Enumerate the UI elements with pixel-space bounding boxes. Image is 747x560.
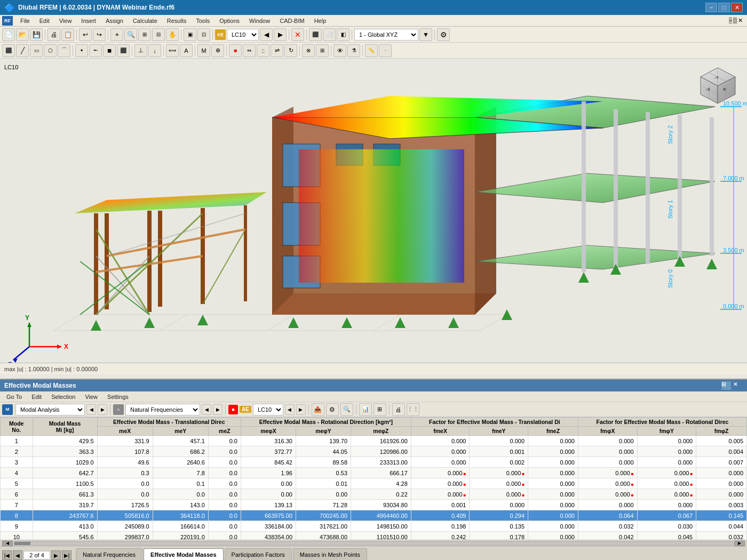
panel-menu-selection[interactable]: Selection — [47, 393, 80, 401]
menu-view[interactable]: View — [55, 17, 76, 25]
wire-button[interactable]: ⊡ — [197, 28, 210, 41]
table-row[interactable]: 51100.50.00.10.00.000.014.280.000■0.000■… — [1, 478, 747, 489]
zoom-all[interactable]: ⊟ — [152, 28, 165, 41]
draw-line[interactable]: ╱ — [16, 44, 29, 57]
panel-controls[interactable]: ⊟ ✕ — [721, 381, 743, 390]
intersect-btn[interactable]: ⊗ — [302, 44, 315, 57]
table-btn[interactable]: ⊞ — [374, 403, 386, 416]
page-navigation[interactable]: |◀ ◀ 2 of 4 ▶ ▶| — [2, 550, 71, 560]
table-row[interactable]: 31029.049.62640.60.0845.4289.58233313.00… — [1, 457, 747, 468]
scroll-left[interactable]: ◀ — [2, 541, 13, 546]
more-options[interactable]: ⚙ — [437, 28, 450, 41]
menu-cad-bim[interactable]: CAD-BIM — [275, 17, 308, 25]
panel-detach[interactable]: ⊟ — [721, 381, 731, 390]
isolate-btn[interactable]: ◧ — [337, 28, 349, 41]
beam-btn[interactable]: ╾ — [89, 44, 102, 57]
panel-lc-dropdown[interactable]: LC10 — [253, 404, 283, 415]
surface-btn[interactable]: ◼ — [103, 44, 116, 57]
new-button[interactable]: 📄 — [2, 28, 15, 41]
cross-section-btn[interactable]: ⊕ — [211, 44, 224, 57]
node-btn[interactable]: • — [75, 44, 88, 57]
undo-button[interactable]: ↩ — [79, 28, 92, 41]
cursor-button[interactable]: ⌖ — [110, 28, 123, 41]
select-all[interactable]: ⬛ — [2, 44, 15, 57]
close-button[interactable]: ✕ — [731, 3, 743, 12]
solid-btn[interactable]: ⬛ — [117, 44, 130, 57]
draw-rect[interactable]: ▭ — [30, 44, 43, 57]
annotation-btn[interactable]: A — [180, 44, 193, 57]
view-front[interactable]: ⬜ — [323, 28, 336, 41]
coord-arrow[interactable]: ▼ — [419, 28, 432, 41]
inner-restore[interactable]: □ — [733, 17, 737, 24]
print-preview-button[interactable]: 📋 — [61, 28, 74, 41]
material-btn[interactable]: M — [197, 44, 210, 57]
prev-page[interactable]: ◀ — [13, 550, 22, 560]
save-button[interactable]: 💾 — [30, 28, 43, 41]
filter-btn[interactable]: ⚗ — [347, 44, 360, 57]
color-btn[interactable]: ■ — [229, 44, 242, 57]
export-btn[interactable]: 📤 — [312, 403, 324, 416]
mirror-btn[interactable]: ⇌ — [271, 44, 283, 57]
inner-minimize[interactable]: − — [729, 17, 732, 24]
navigation-cube[interactable]: -Y -X X — [695, 65, 741, 110]
zoom-button[interactable]: 🔍 — [124, 28, 137, 41]
next-analysis[interactable]: ▶ — [98, 404, 107, 415]
panel-menu-view[interactable]: View — [81, 393, 102, 401]
next-page[interactable]: ▶ — [51, 550, 61, 560]
menu-insert[interactable]: Insert — [77, 17, 100, 25]
prev-lc[interactable]: ◀ — [260, 28, 273, 41]
horizontal-scrollbar[interactable]: ◀ ▶ — [0, 540, 747, 546]
panel-menu-settings[interactable]: Settings — [103, 393, 133, 401]
draw-arc[interactable]: ⌒ — [58, 44, 70, 57]
view-3d[interactable]: ⬛ — [309, 28, 322, 41]
tab-effective-modal[interactable]: Effective Modal Masses — [144, 548, 224, 560]
array-btn[interactable]: :: — [257, 44, 269, 57]
table-row[interactable]: 1429.5331.9457.10.0316.30139.70161926.00… — [1, 436, 747, 446]
open-button[interactable]: 📂 — [16, 28, 29, 41]
rotate-btn[interactable]: ↻ — [284, 44, 297, 57]
support-btn[interactable]: ⊥ — [134, 44, 147, 57]
tab-masses-mesh[interactable]: Masses in Mesh Points — [293, 548, 367, 560]
render-button[interactable]: ▣ — [184, 28, 196, 41]
menu-file[interactable]: File — [16, 17, 34, 25]
menu-edit[interactable]: Edit — [35, 17, 54, 25]
menu-calculate[interactable]: Calculate — [129, 17, 162, 25]
print-table[interactable]: 🖨 — [392, 403, 405, 416]
tab-participation[interactable]: Participation Factors — [225, 548, 292, 560]
window-controls[interactable]: − □ ✕ — [705, 3, 743, 12]
table-row[interactable]: 8243767.6505816.0364118.00.0663975.00700… — [1, 510, 747, 521]
inner-close[interactable]: ✕ — [738, 17, 743, 24]
menu-window[interactable]: Window — [245, 17, 274, 25]
menu-help[interactable]: Help — [310, 17, 331, 25]
prev-analysis[interactable]: ◀ — [86, 404, 96, 415]
scroll-thumb[interactable] — [14, 542, 30, 545]
panel-menu-edit[interactable]: Edit — [27, 393, 46, 401]
table-row[interactable]: 10545.6299837.0220191.00.0438354.0047368… — [1, 532, 747, 540]
analysis-type-dropdown[interactable]: Modal Analysis — [15, 404, 85, 415]
panel-menu-goto[interactable]: Go To — [2, 393, 26, 401]
table-row[interactable]: 9413.0245089.0166614.00.0336184.00317621… — [1, 521, 747, 532]
chart-btn[interactable]: 📊 — [359, 403, 372, 416]
dimension-btn[interactable]: ⟺ — [166, 44, 179, 57]
table-row[interactable]: 2363.3107.8686.20.0372.7744.05120986.000… — [1, 446, 747, 457]
panel-prev-lc[interactable]: ◀ — [285, 404, 295, 415]
3d-viewport[interactable]: LC10 Modal Analysis Mode No. 8 - 3.737 H… — [0, 59, 747, 379]
menu-tools[interactable]: Tools — [192, 17, 214, 25]
maximize-button[interactable]: □ — [718, 3, 730, 12]
visibility-btn[interactable]: 👁 — [333, 44, 346, 57]
table-row[interactable]: 7319.71726.5143.00.0139.1371.2893034.800… — [1, 500, 747, 510]
next-result[interactable]: ▶ — [213, 404, 222, 415]
draw-poly[interactable]: ⬡ — [44, 44, 57, 57]
measure-btn[interactable]: 📏 — [365, 44, 378, 57]
next-lc[interactable]: ▶ — [274, 28, 287, 41]
lc-dropdown[interactable]: LC10 — [227, 29, 259, 41]
panel-close[interactable]: ✕ — [733, 381, 743, 390]
scale-btn[interactable]: ⇔ — [243, 44, 256, 57]
filter2-btn[interactable]: 🔍 — [340, 403, 353, 416]
menu-assign[interactable]: Assign — [101, 17, 128, 25]
merge-btn[interactable]: ⊞ — [316, 44, 329, 57]
minimize-button[interactable]: − — [705, 3, 717, 12]
settings-btn[interactable]: ⚙ — [326, 403, 339, 416]
scroll-right[interactable]: ▶ — [734, 541, 745, 546]
more-panel[interactable]: ⋮⋮ — [407, 403, 419, 416]
